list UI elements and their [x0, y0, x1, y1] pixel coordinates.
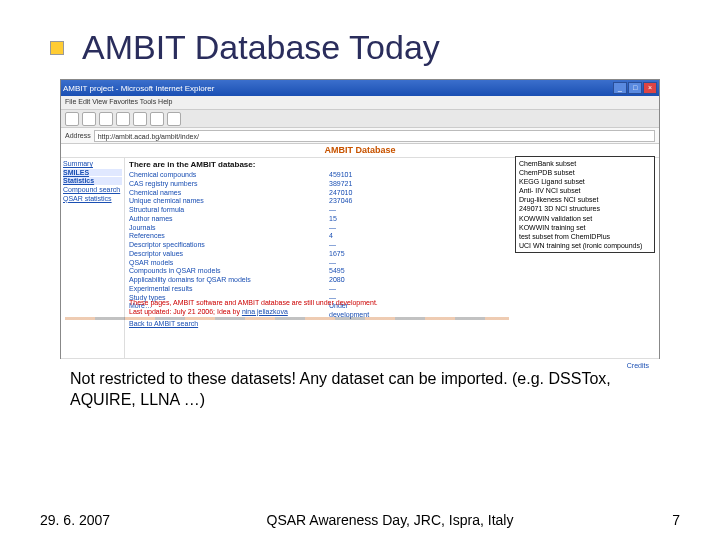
- stat-row: Compounds in QSAR models5495: [129, 267, 655, 276]
- refresh-icon[interactable]: [116, 112, 130, 126]
- stat-value: 5495: [329, 267, 389, 276]
- slide-page-number: 7: [650, 512, 680, 528]
- title-bullet: [50, 41, 64, 55]
- dataset-item: ChemPDB subset: [519, 168, 651, 177]
- stat-label: Experimental results: [129, 285, 329, 294]
- progress-bar: [65, 317, 509, 320]
- sidebar-item-statistics[interactable]: Statistics: [63, 177, 122, 185]
- dev-note: These pages, AMBIT software and AMBIT da…: [129, 299, 378, 316]
- stat-label: Applicability domains for QSAR models: [129, 276, 329, 285]
- address-bar: Address http://ambit.acad.bg/ambit/index…: [61, 128, 659, 144]
- minimize-button[interactable]: _: [613, 82, 627, 94]
- search-icon[interactable]: [150, 112, 164, 126]
- url-field[interactable]: http://ambit.acad.bg/ambit/index/: [94, 130, 655, 142]
- slide-event: QSAR Awareness Day, JRC, Ispra, Italy: [130, 512, 650, 528]
- stat-label: Unique chemical names: [129, 197, 329, 206]
- stat-value: 15: [329, 215, 389, 224]
- window-title: AMBIT project - Microsoft Internet Explo…: [63, 84, 214, 93]
- browser-screenshot: AMBIT project - Microsoft Internet Explo…: [60, 79, 660, 359]
- stat-label: Chemical compounds: [129, 171, 329, 180]
- stat-value: 389721: [329, 180, 389, 189]
- stat-label: Descriptor specifications: [129, 241, 329, 250]
- stat-label: Journals: [129, 224, 329, 233]
- stat-label: Descriptor values: [129, 250, 329, 259]
- close-button[interactable]: ×: [643, 82, 657, 94]
- credits-link[interactable]: Credits: [627, 362, 649, 369]
- dataset-item: UCI WN training set (ironic compounds): [519, 241, 651, 250]
- home-icon[interactable]: [133, 112, 147, 126]
- stat-value: 1675: [329, 250, 389, 259]
- sidebar-item-smiles[interactable]: SMILES: [63, 169, 122, 177]
- author-link[interactable]: nina jeliazkova: [242, 308, 288, 315]
- stat-label: Chemical names: [129, 189, 329, 198]
- stat-value: 2080: [329, 276, 389, 285]
- back-link[interactable]: Back to AMBIT search: [129, 320, 329, 329]
- dev-note-line2: Last updated: July 21 2006; Idea by: [129, 308, 242, 315]
- datasets-popup: ChemBank subsetChemPDB subsetKEGG Ligand…: [515, 156, 655, 253]
- sidebar: Summary SMILES Statistics Compound searc…: [61, 158, 125, 358]
- stat-value: —: [329, 285, 389, 294]
- stat-label: QSAR models: [129, 259, 329, 268]
- sidebar-item-qsar-stats[interactable]: QSAR statistics: [63, 195, 122, 203]
- stat-value: 247010: [329, 189, 389, 198]
- main-content: There are in the AMBIT database: Chemica…: [125, 158, 659, 358]
- back-icon[interactable]: [65, 112, 79, 126]
- address-label: Address: [65, 132, 91, 139]
- dev-note-line1: These pages, AMBIT software and AMBIT da…: [129, 299, 378, 307]
- dataset-item: 249071 3D NCI structures: [519, 204, 651, 213]
- slide-date: 29. 6. 2007: [40, 512, 130, 528]
- dataset-item: KOWWIN validation set: [519, 214, 651, 223]
- forward-icon[interactable]: [82, 112, 96, 126]
- stat-row: QSAR models—: [129, 259, 655, 268]
- window-titlebar: AMBIT project - Microsoft Internet Explo…: [61, 80, 659, 96]
- favorites-icon[interactable]: [167, 112, 181, 126]
- dataset-item: test subset from ChemIDPlus: [519, 232, 651, 241]
- stat-value: —: [329, 259, 389, 268]
- stat-value: —: [329, 206, 389, 215]
- maximize-button[interactable]: □: [628, 82, 642, 94]
- stat-value: 237046: [329, 197, 389, 206]
- stat-value: —: [329, 224, 389, 233]
- stop-icon[interactable]: [99, 112, 113, 126]
- stat-row: Experimental results—: [129, 285, 655, 294]
- stat-label: CAS registry numbers: [129, 180, 329, 189]
- stat-value: 4: [329, 232, 389, 241]
- slide-caption: Not restricted to these datasets! Any da…: [70, 369, 650, 411]
- slide-title: AMBIT Database Today: [82, 28, 440, 67]
- stat-row: Applicability domains for QSAR models208…: [129, 276, 655, 285]
- sidebar-item-summary[interactable]: Summary: [63, 160, 122, 168]
- stat-label: Structural formula: [129, 206, 329, 215]
- dataset-item: Anti- IIV NCI subset: [519, 186, 651, 195]
- dataset-item: KEGG Ligand subset: [519, 177, 651, 186]
- dataset-item: KOWWIN training set: [519, 223, 651, 232]
- dataset-item: Drug-likeness NCI subset: [519, 195, 651, 204]
- stat-label: Compounds in QSAR models: [129, 267, 329, 276]
- credits-footer: Credits: [61, 358, 659, 372]
- menubar[interactable]: File Edit View Favorites Tools Help: [61, 96, 659, 110]
- stat-value: 459101: [329, 171, 389, 180]
- dataset-item: ChemBank subset: [519, 159, 651, 168]
- stat-value: —: [329, 241, 389, 250]
- toolbar: [61, 110, 659, 128]
- sidebar-item-compound-search[interactable]: Compound search: [63, 186, 122, 194]
- stat-label: References: [129, 232, 329, 241]
- stat-label: Author names: [129, 215, 329, 224]
